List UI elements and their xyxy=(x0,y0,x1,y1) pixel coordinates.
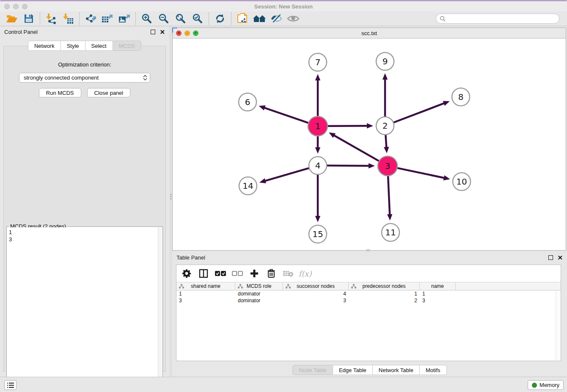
maximize-window-icon[interactable] xyxy=(22,4,28,9)
tab-network-table[interactable]: Network Table xyxy=(373,365,420,375)
control-panel: Control Panel ✕ Network Style Select MCD… xyxy=(0,26,169,377)
graph-edge-3-1[interactable] xyxy=(333,135,380,162)
table-cell[interactable]: 1 xyxy=(349,290,420,297)
graph-edge-2-8[interactable] xyxy=(393,103,445,123)
column-header-name[interactable]: name xyxy=(420,282,456,290)
export-network-icon[interactable] xyxy=(82,12,99,25)
close-panel-icon[interactable]: ✕ xyxy=(160,29,165,35)
task-list-icon xyxy=(7,382,14,388)
column-header-shared-name[interactable]: shared name xyxy=(176,282,235,290)
network-view-titlebar[interactable]: ✕ − + scc.txt xyxy=(173,28,566,39)
function-builder-icon[interactable]: f(x) xyxy=(299,268,311,279)
task-history-button[interactable] xyxy=(4,380,17,390)
graph-edge-4-3[interactable] xyxy=(326,166,370,166)
graph-edge-4-14[interactable] xyxy=(264,168,310,181)
table-cell[interactable]: 4 xyxy=(283,290,349,297)
table-cell[interactable]: 3 xyxy=(420,297,456,304)
clone-network-icon[interactable] xyxy=(234,12,251,25)
table-row[interactable]: 1dominator411 xyxy=(176,290,561,297)
memory-button[interactable]: Memory xyxy=(528,380,564,390)
tab-network[interactable]: Network xyxy=(28,41,61,51)
tab-select[interactable]: Select xyxy=(85,41,113,51)
graph-node-label: 15 xyxy=(312,229,323,239)
table-tabs: Node Table Edge Table Network Table Moti… xyxy=(172,365,567,375)
table-row[interactable]: 3dominator323 xyxy=(176,297,561,304)
graph-node-label: 10 xyxy=(456,177,467,187)
zoom-fit-icon[interactable] xyxy=(172,12,189,25)
table-cell[interactable]: dominator xyxy=(235,290,283,297)
graph-edge-2-3[interactable] xyxy=(385,134,386,148)
mcds-result-text[interactable]: 1 3 xyxy=(7,227,158,385)
graph-node-label: 8 xyxy=(458,92,464,102)
graph-edge-1-6[interactable] xyxy=(264,108,309,123)
search-input[interactable] xyxy=(446,14,559,23)
run-mcds-button[interactable]: Run MCDS xyxy=(39,88,81,97)
table-scrollbar[interactable] xyxy=(556,290,560,360)
column-header-MCDS-role[interactable]: MCDS role xyxy=(235,282,283,290)
close-window-icon[interactable] xyxy=(4,4,10,9)
search-field[interactable] xyxy=(436,14,559,24)
show-hide-icon[interactable] xyxy=(285,12,302,25)
add-column-icon[interactable] xyxy=(248,268,260,279)
memory-label: Memory xyxy=(539,382,559,388)
search-icon xyxy=(440,16,446,22)
table-cell[interactable]: 1 xyxy=(420,290,456,297)
graph-edge-1-2[interactable] xyxy=(327,126,368,126)
table-cell[interactable]: 3 xyxy=(283,297,349,304)
mcds-result-scrollbar[interactable] xyxy=(158,227,162,385)
graph-edge-arrow xyxy=(443,101,450,106)
open-file-icon[interactable] xyxy=(3,12,20,25)
table-body: 1dominator4113dominator323 xyxy=(176,290,561,304)
column-header-predecessor-nodes[interactable]: predecessor nodes xyxy=(349,282,420,290)
tab-mcds[interactable]: MCDS xyxy=(113,41,141,51)
network-resize-grip[interactable] xyxy=(366,249,370,251)
delete-table-icon[interactable] xyxy=(282,268,294,279)
network-minimize-icon[interactable]: − xyxy=(184,30,190,36)
export-table-icon[interactable] xyxy=(99,12,116,25)
float-panel-icon[interactable] xyxy=(151,30,155,34)
table-settings-gear-icon[interactable] xyxy=(181,268,193,279)
close-panel-button[interactable]: Close panel xyxy=(87,88,131,97)
graph-edge-arrow xyxy=(259,105,265,110)
zoom-out-icon[interactable] xyxy=(155,12,172,25)
mcds-panel: Optimization criterion: strongly connect… xyxy=(3,46,166,372)
graph-node-label: 2 xyxy=(383,121,388,131)
network-canvas[interactable]: 7968124314101511 xyxy=(173,39,566,250)
select-columns-icon[interactable] xyxy=(198,268,209,279)
select-all-rows-icon[interactable] xyxy=(215,268,226,279)
network-maximize-icon[interactable]: + xyxy=(193,30,198,36)
column-header-successor-nodes[interactable]: successor nodes xyxy=(283,282,349,290)
tab-node-table[interactable]: Node Table xyxy=(292,365,333,375)
optimization-criterion-label: Optimization criterion: xyxy=(4,61,165,68)
hierarchy-icon xyxy=(238,284,243,289)
graph-edge-3-11[interactable] xyxy=(388,175,390,215)
tab-motifs[interactable]: Motifs xyxy=(420,365,447,375)
graph-edge-arrow xyxy=(369,163,375,168)
table-cell[interactable]: 1 xyxy=(176,290,235,297)
zoom-selected-icon[interactable] xyxy=(189,12,206,25)
table-cell[interactable]: dominator xyxy=(235,297,283,304)
table-toolbar: f(x) xyxy=(176,265,561,282)
minimize-window-icon[interactable] xyxy=(13,4,19,9)
table-float-panel-icon[interactable] xyxy=(548,255,553,260)
import-table-icon[interactable] xyxy=(60,12,77,25)
table-close-panel-icon[interactable]: ✕ xyxy=(557,254,563,261)
table-cell[interactable]: 3 xyxy=(176,297,235,304)
save-session-icon[interactable] xyxy=(20,12,37,25)
titlebar: Session: New Session xyxy=(0,1,567,11)
export-image-icon[interactable] xyxy=(116,12,133,25)
home-icon[interactable] xyxy=(251,12,268,25)
tab-style[interactable]: Style xyxy=(61,41,85,51)
optimization-criterion-select[interactable]: strongly connected component xyxy=(19,73,150,83)
delete-column-trash-icon[interactable] xyxy=(265,268,277,279)
zoom-in-icon[interactable] xyxy=(138,12,155,25)
deselect-all-rows-icon[interactable] xyxy=(231,268,243,279)
window-title: Session: New Session xyxy=(0,3,567,10)
table-cell[interactable]: 2 xyxy=(349,297,420,304)
graph-edge-3-10[interactable] xyxy=(396,168,445,178)
show-style-icon[interactable] xyxy=(268,12,285,25)
panel-splitter[interactable]: ••• xyxy=(169,26,172,377)
refresh-icon[interactable] xyxy=(212,12,228,25)
tab-edge-table[interactable]: Edge Table xyxy=(333,365,373,375)
import-network-icon[interactable] xyxy=(43,12,60,25)
